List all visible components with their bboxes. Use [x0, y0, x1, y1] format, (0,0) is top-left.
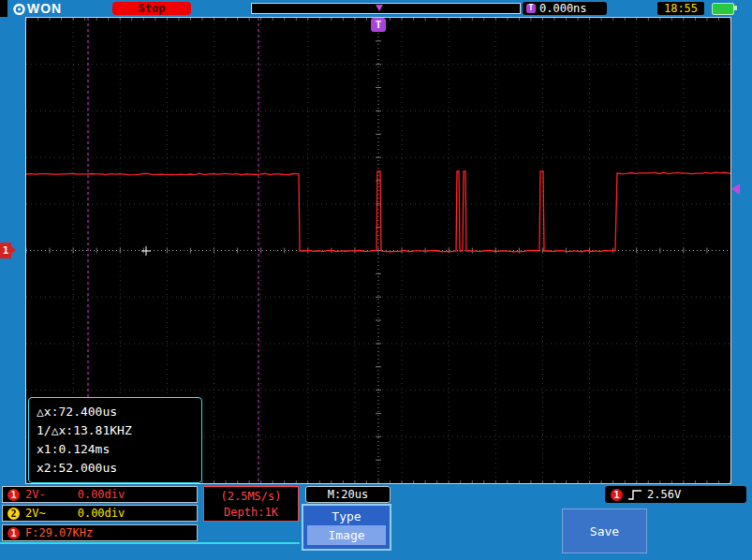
rising-edge-icon [627, 489, 642, 501]
channel1-scale: 2V- [25, 489, 46, 500]
type-menu-button[interactable]: Type Image [302, 504, 391, 551]
timebase-readout[interactable]: M:20us [305, 486, 391, 503]
trigger-level-value: 2.56V [647, 489, 681, 500]
cursor-x2: x2:52.000us [37, 459, 194, 478]
trigger-time-value: 0.000ns [539, 2, 587, 15]
channel1-position-marker[interactable]: 1 [0, 243, 11, 258]
channel2-status[interactable]: 2 2V~ 0.00div [2, 505, 198, 522]
type-value: Image [307, 525, 386, 545]
trigger-level-arrow-icon[interactable] [731, 184, 740, 195]
cursor-x1: x1:0.124ms [37, 440, 194, 459]
save-button[interactable]: Save [562, 508, 647, 553]
acquisition-status: (2.5MS/s) Depth:1K [203, 486, 299, 522]
oscilloscope-screen: WON Stop T 0.000ns 18:55 T 1 △x:72.400us… [0, 0, 752, 560]
trigger-status[interactable]: 1 2.56V [605, 486, 746, 503]
record-depth: Depth:1K [224, 506, 278, 519]
owon-logo: WON [12, 1, 62, 16]
trigger-source-badge: 1 [611, 489, 623, 501]
cursor-delta-x: △x:72.400us [37, 403, 194, 421]
horizontal-position-bar[interactable] [251, 3, 521, 14]
trigger-time-readout: T 0.000ns [523, 2, 607, 15]
frequency-value: F:29.07KHz [25, 527, 93, 538]
cursor-inv-delta-x: 1/△x:13.81KHZ [37, 421, 194, 440]
channel2-offset: 0.00div [78, 508, 125, 519]
trigger-t-icon: T [526, 4, 536, 13]
clock: 18:55 [657, 2, 704, 15]
cursor-measurement-box: △x:72.400us 1/△x:13.81KHZ x1:0.124ms x2:… [28, 397, 202, 483]
channel1-status[interactable]: 1 2V- 0.00div [2, 486, 198, 503]
owon-logo-text: WON [27, 1, 62, 16]
frequency-counter: 1 F:29.07KHz [2, 524, 198, 541]
trigger-horizontal-marker[interactable]: T [371, 18, 386, 32]
channel2-badge: 2 [7, 508, 20, 520]
type-label: Type [332, 509, 361, 523]
run-state-button[interactable]: Stop [112, 2, 191, 15]
trigger-position-marker-icon [376, 5, 383, 11]
owon-logo-icon [12, 2, 26, 16]
channel1-badge: 1 [7, 489, 20, 501]
channel2-scale: 2V~ [25, 508, 46, 519]
sample-rate: (2.5MS/s) [220, 490, 281, 503]
channel1-offset: 0.00div [78, 489, 125, 500]
battery-icon [712, 3, 734, 15]
frequency-source-badge: 1 [7, 527, 20, 539]
menu-divider [0, 542, 300, 544]
topbar-corner [0, 0, 7, 17]
